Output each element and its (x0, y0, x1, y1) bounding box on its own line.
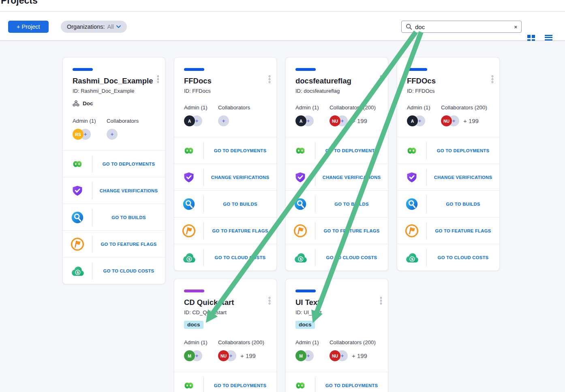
ci-icon (397, 198, 426, 211)
docs-tag-highlighted: docs (184, 321, 203, 329)
action-row[interactable]: GO TO DEPLOYMENTS (286, 372, 388, 392)
project-tags: Doc (73, 99, 155, 107)
action-label: GO TO CLOUD COSTS (92, 268, 165, 273)
cd-icon (286, 146, 315, 156)
add-member-button[interactable]: + (107, 129, 118, 140)
action-row[interactable]: CHANGE VERIFICATIONS (286, 164, 388, 190)
admin-avatars: RS+ (73, 129, 107, 140)
project-card: Rashmi_Doc_Example ID: Rashmi_Doc_Exampl… (63, 58, 165, 284)
svg-text:$: $ (300, 257, 302, 261)
action-row[interactable]: $GO TO CLOUD COSTS (286, 244, 388, 271)
avatar[interactable]: NU (330, 115, 340, 126)
project-members: Admin (1) RS+ Collaborators + (73, 118, 155, 140)
kebab-menu-icon[interactable] (380, 75, 382, 83)
collaborator-avatars: + (218, 115, 250, 126)
action-row[interactable]: GO TO DEPLOYMENTS (63, 150, 165, 177)
avatar[interactable]: A (184, 115, 195, 126)
organizations-filter[interactable]: Organizations: All (61, 21, 127, 33)
kebab-menu-icon[interactable] (492, 75, 494, 83)
action-row[interactable]: GO TO FEATURE FLAGS (63, 230, 165, 257)
project-title[interactable]: FFDocs (184, 76, 267, 86)
action-row[interactable]: $GO TO CLOUD COSTS (397, 244, 499, 271)
collaborator-avatars: NU++ 199 (441, 115, 487, 126)
collaborators-label: Collaborators (218, 104, 250, 111)
project-title[interactable]: CD Quickstart (184, 298, 267, 307)
collaborators-label: Collaborators (200) (441, 104, 487, 111)
kebab-menu-icon[interactable] (157, 75, 159, 83)
action-row[interactable]: GO TO FEATURE FLAGS (174, 217, 276, 244)
project-tags: docs (184, 321, 267, 329)
admin-avatars: M+ (295, 350, 330, 361)
action-row[interactable]: GO TO DEPLOYMENTS (286, 137, 388, 164)
kebab-menu-icon[interactable] (269, 297, 271, 305)
action-row[interactable]: GO TO BUILDS (63, 204, 165, 230)
action-row[interactable]: CHANGE VERIFICATIONS (63, 177, 165, 204)
avatar[interactable]: A (407, 115, 418, 126)
admin-label: Admin (1) (184, 339, 218, 346)
action-row[interactable]: GO TO BUILDS (397, 190, 499, 217)
action-row[interactable]: GO TO FEATURE FLAGS (397, 217, 499, 244)
admin-avatars: A+ (184, 115, 218, 126)
action-row[interactable]: $GO TO CLOUD COSTS (174, 244, 276, 271)
action-row[interactable]: CHANGE VERIFICATIONS (174, 164, 276, 190)
search-input[interactable] (415, 23, 511, 30)
action-label: GO TO DEPLOYMENTS (204, 383, 276, 388)
search-box[interactable]: × (401, 21, 522, 33)
ccm-icon: $ (286, 252, 315, 263)
kebab-menu-icon[interactable] (380, 297, 382, 305)
clear-search-icon[interactable]: × (514, 24, 517, 30)
action-row[interactable]: CHANGE VERIFICATIONS (397, 164, 499, 190)
action-row[interactable]: GO TO FEATURE FLAGS (286, 217, 388, 244)
admin-label: Admin (1) (184, 104, 218, 111)
action-row[interactable]: GO TO DEPLOYMENTS (397, 137, 499, 164)
project-actions: GO TO DEPLOYMENTS (286, 372, 388, 392)
admin-label: Admin (1) (407, 104, 441, 111)
action-label: GO TO FEATURE FLAGS (427, 228, 499, 233)
action-row[interactable]: $GO TO CLOUD COSTS (63, 257, 165, 284)
avatar[interactable]: RS (73, 129, 83, 140)
admin-label: Admin (1) (295, 339, 330, 346)
project-title[interactable]: docsfeatureflag (295, 76, 378, 86)
kebab-menu-icon[interactable] (269, 75, 271, 83)
admin-avatars: A+ (407, 115, 441, 126)
action-label: CHANGE VERIFICATIONS (204, 175, 276, 180)
collaborators-label: Collaborators (200) (218, 339, 264, 346)
new-project-button[interactable]: + Project (8, 21, 49, 33)
project-id: ID: FFDOcs (407, 88, 490, 94)
admin-label: Admin (1) (295, 104, 330, 111)
collaborators-label: Collaborators (200) (330, 339, 376, 346)
add-member-button[interactable]: + (218, 115, 229, 126)
action-label: GO TO DEPLOYMENTS (427, 148, 499, 153)
action-row[interactable]: GO TO DEPLOYMENTS (174, 137, 276, 164)
action-label: GO TO CLOUD COSTS (204, 255, 276, 260)
avatar[interactable]: M (295, 350, 306, 361)
project-title[interactable]: FFDOcs (407, 76, 490, 86)
verification-icon (63, 185, 92, 197)
collaborator-avatars: + (107, 129, 139, 140)
avatar[interactable]: NU (441, 115, 452, 126)
action-row[interactable]: GO TO DEPLOYMENTS (174, 372, 276, 392)
project-members: Admin (1) A+ Collaborators (200) NU++ 19… (295, 104, 378, 126)
svg-text:$: $ (411, 257, 413, 261)
avatar[interactable]: M (184, 350, 195, 361)
cd-icon (286, 381, 315, 390)
project-title[interactable]: UI Text (295, 298, 378, 307)
avatar[interactable]: NU (330, 350, 340, 361)
project-id: ID: CD_Quickstart (184, 309, 267, 315)
action-row[interactable]: GO TO BUILDS (286, 190, 388, 217)
organizations-filter-label: Organizations: (67, 23, 105, 30)
project-card: docsfeatureflag ID: docsfeatureflag Admi… (286, 58, 388, 271)
action-row[interactable]: GO TO BUILDS (174, 190, 276, 217)
cd-icon (63, 159, 92, 169)
verification-icon (397, 171, 426, 183)
action-label: GO TO CLOUD COSTS (427, 255, 499, 260)
avatar[interactable]: NU (218, 350, 229, 361)
cd-icon (397, 146, 426, 156)
project-actions: GO TO DEPLOYMENTSCHANGE VERIFICATIONSGO … (397, 137, 499, 271)
action-label: CHANGE VERIFICATIONS (315, 175, 388, 180)
ff-icon (63, 237, 92, 251)
project-members: Admin (1) M+ Collaborators (200) NU++ 19… (184, 339, 267, 361)
action-label: GO TO BUILDS (427, 202, 499, 207)
project-title[interactable]: Rashmi_Doc_Example (73, 76, 155, 86)
avatar[interactable]: A (295, 115, 306, 126)
